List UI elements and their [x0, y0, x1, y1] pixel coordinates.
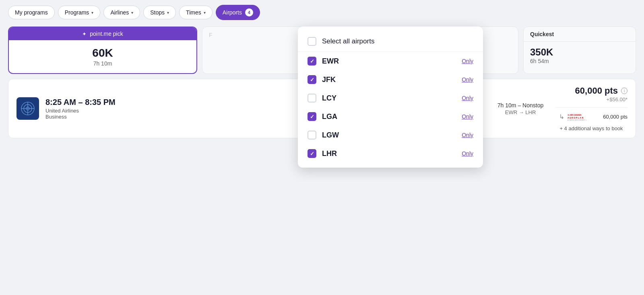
flight-usd: +$56.00*: [555, 96, 627, 102]
pick-card-duration: 7h 10m: [15, 60, 190, 67]
airline-name: United Airlines: [45, 108, 79, 114]
airport-row-lga[interactable]: LGA Only: [298, 107, 483, 126]
quickest-card-body: 350K 6h 54m: [524, 42, 636, 69]
flight-duration: 7h 10m – Nonstop EWR → LHR: [492, 102, 549, 115]
airport-row-lgw[interactable]: LGW Only: [298, 126, 483, 144]
jfk-only-link[interactable]: Only: [462, 76, 473, 83]
chevron-down-icon: ▾: [91, 10, 93, 15]
main-content: ✦ point.me pick 60K 7h 10m F Quickest 35…: [8, 27, 636, 138]
airports-dropdown-list: Select all airports EWR Only JFK Only LC…: [298, 27, 483, 168]
chevron-down-icon: ▾: [131, 10, 133, 15]
chevron-down-icon: ▾: [204, 10, 206, 15]
my-programs-button[interactable]: My programs: [8, 6, 55, 19]
info-icon: i: [621, 88, 627, 94]
aeroplan-logo: ✈ AIR CANADA AEROPLAN A STAR ALLIANCE ME…: [568, 112, 600, 121]
flight-price-section: 60,000 pts i +$56.00* ↳ ✈ AIR CANADA AER…: [555, 86, 627, 131]
select-all-label: Select all airports: [322, 37, 374, 45]
pick-card-header: ✦ point.me pick: [9, 27, 196, 40]
airport-row-lcy[interactable]: LCY Only: [298, 89, 483, 107]
svg-text:✈ AIR CANADA: ✈ AIR CANADA: [568, 114, 582, 116]
ewr-code: EWR: [322, 57, 456, 66]
quickest-card-duration: 6h 54m: [530, 58, 629, 64]
lgw-code: LGW: [322, 131, 456, 139]
chevron-down-icon: ▾: [167, 10, 169, 15]
lhr-checkbox[interactable]: [308, 149, 316, 158]
filter-bar: My programs Programs ▾ Airlines ▾ Stops …: [8, 5, 636, 20]
quickest-card-label: Quickest: [524, 27, 636, 42]
lcy-code: LCY: [322, 94, 456, 102]
flight-class: Business: [45, 114, 67, 120]
pick-card-points: 60K: [15, 47, 190, 59]
select-all-checkbox[interactable]: [308, 37, 316, 46]
lcy-only-link[interactable]: Only: [462, 95, 473, 101]
jfk-checkbox[interactable]: [308, 75, 316, 84]
pick-card-body: 60K 7h 10m: [9, 40, 196, 73]
lhr-only-link[interactable]: Only: [462, 150, 473, 157]
airports-label: Airports: [223, 9, 242, 16]
lcy-checkbox[interactable]: [308, 94, 316, 102]
pick-card[interactable]: ✦ point.me pick 60K 7h 10m: [8, 27, 197, 74]
flight-route: EWR → LHR: [492, 109, 549, 115]
times-button[interactable]: Times ▾: [179, 6, 213, 19]
programs-button[interactable]: Programs ▾: [58, 6, 101, 19]
select-all-airports-row[interactable]: Select all airports: [298, 31, 483, 52]
aeroplan-row: ↳ ✈ AIR CANADA AEROPLAN A STAR ALLIANCE …: [555, 107, 627, 121]
lhr-code: LHR: [322, 150, 456, 158]
lgw-only-link[interactable]: Only: [462, 132, 473, 138]
stops-button[interactable]: Stops ▾: [143, 6, 176, 19]
airport-row-jfk[interactable]: JFK Only: [298, 70, 483, 89]
lga-only-link[interactable]: Only: [462, 113, 473, 120]
airline-logo: [17, 97, 39, 120]
additional-ways: + 4 additional ways to book: [555, 125, 627, 131]
svg-text:A STAR ALLIANCE MEMBER ✦: A STAR ALLIANCE MEMBER ✦: [568, 119, 587, 121]
ewr-checkbox[interactable]: [308, 57, 316, 66]
airport-row-lhr[interactable]: LHR Only: [298, 144, 483, 163]
quickest-card-points: 350K: [530, 47, 629, 58]
lga-code: LGA: [322, 113, 456, 121]
airports-badge: 4: [245, 8, 253, 16]
my-programs-label: My programs: [15, 9, 48, 16]
ewr-only-link[interactable]: Only: [462, 58, 473, 64]
airports-dropdown: Select all airports EWR Only JFK Only LC…: [298, 27, 483, 168]
airport-row-ewr[interactable]: EWR Only: [298, 52, 483, 70]
times-label: Times: [186, 9, 201, 16]
pick-card-title: point.me pick: [90, 31, 123, 37]
programs-label: Programs: [65, 9, 89, 16]
flight-duration-text: 7h 10m – Nonstop: [492, 102, 549, 109]
jfk-code: JFK: [322, 76, 456, 84]
airlines-label: Airlines: [110, 9, 129, 16]
lgw-checkbox[interactable]: [308, 131, 316, 139]
quickest-card: Quickest 350K 6h 54m: [523, 27, 636, 74]
airlines-button[interactable]: Airlines ▾: [103, 6, 140, 19]
star-icon: ✦: [82, 31, 87, 37]
stops-label: Stops: [150, 9, 165, 16]
svg-text:AEROPLAN: AEROPLAN: [568, 117, 584, 119]
lga-checkbox[interactable]: [308, 112, 316, 121]
flight-points: 60,000 pts: [575, 86, 618, 96]
aeroplan-points: 60,000 pts: [603, 114, 627, 120]
arrow-icon: ↳: [559, 113, 564, 121]
airports-button[interactable]: Airports 4: [216, 5, 260, 20]
